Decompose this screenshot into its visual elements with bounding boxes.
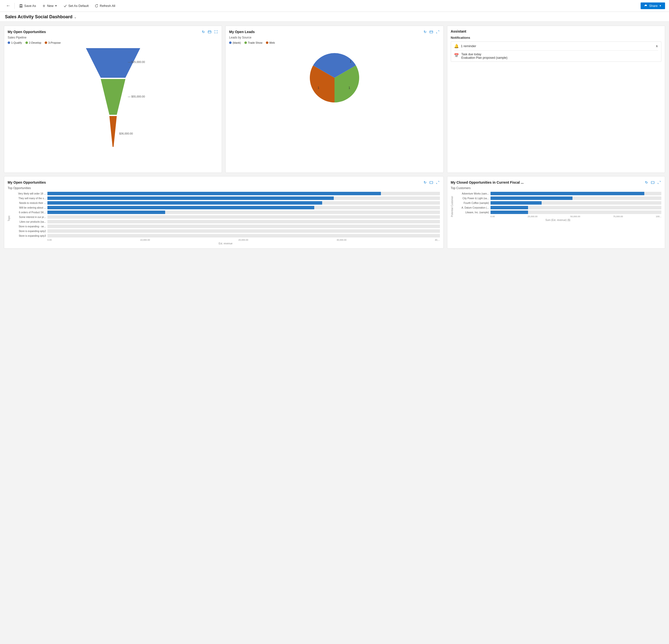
x-tick-4: 30,000.00 <box>337 239 346 241</box>
pie-svg: 1 1 1 <box>302 46 367 110</box>
closed-bar-label-1: Adventure Works (sam... <box>454 192 489 195</box>
open-leads-title: My Open Leads <box>229 30 255 34</box>
bar-row-6: Some interest in our pr... <box>11 215 440 219</box>
assistant-card: Assistant Notifications 🔔 1 reminder ∧ 📅… <box>447 26 665 173</box>
bar-fill-2 <box>47 197 334 200</box>
closed-bar-label-3: Fourth Coffee (sample) <box>454 202 489 204</box>
closed-bar-track-1 <box>490 192 661 195</box>
dashboard: My Open Opportunities ↻ Sales Pipeline 1… <box>0 22 669 253</box>
legend-blank-dot <box>229 42 231 44</box>
closed-bar-fill-1 <box>490 192 644 195</box>
x-tick-3: 20,000.00 <box>239 239 248 241</box>
save-as-label: Save As <box>24 4 36 8</box>
closed-opps-expand-btn[interactable] <box>657 180 661 185</box>
open-opportunities-title: My Open Opportunities <box>8 30 46 34</box>
bar-track-10 <box>47 234 440 238</box>
top-opportunities-chart: Topic Very likely will order 18 ... They… <box>8 192 440 245</box>
new-button[interactable]: New ▼ <box>40 3 60 9</box>
bar-row-5: 6 orders of Product SK... <box>11 211 440 214</box>
bar-fill-1 <box>47 192 381 195</box>
share-button[interactable]: Share ▼ <box>641 2 665 9</box>
bar-label-8: Store is expanding - se... <box>11 225 46 228</box>
bar-track-3 <box>47 201 440 205</box>
bar-track-2 <box>47 197 440 200</box>
back-button[interactable]: ← <box>4 2 12 9</box>
reminder-count: 1 reminder <box>461 44 476 48</box>
new-label: New <box>47 4 54 8</box>
svg-rect-2 <box>20 6 22 7</box>
top-opps-refresh-btn[interactable]: ↻ <box>423 180 427 185</box>
closed-opportunities-card: My Closed Opportunities in Current Fisca… <box>447 176 665 248</box>
legend-develop: 2-Develop <box>25 41 41 44</box>
x-axis-label: Est. revenue <box>11 242 440 245</box>
open-leads-card: My Open Leads ↻ Leads by Source (blank) … <box>225 26 443 173</box>
share-icon <box>644 4 647 8</box>
bar-label-4: Will be ordering about ... <box>11 206 46 209</box>
page-title: Sales Activity Social Dashboard <box>5 14 72 19</box>
closed-x-tick-1: 0.00 <box>490 215 495 218</box>
share-chevron-icon: ▼ <box>659 4 661 7</box>
open-leads-export-btn[interactable] <box>429 29 433 34</box>
top-opps-expand-btn[interactable] <box>436 180 440 185</box>
closed-x-axis: 0.00 25,000.00 50,000.00 75,000.00 100..… <box>454 215 661 218</box>
task-description: Evaluation Plan proposed (sample) <box>461 56 508 59</box>
collapse-icon: ∧ <box>656 44 658 48</box>
svg-text:— $25,000.00: — $25,000.00 <box>128 60 145 63</box>
notifications-label: Notifications <box>451 36 661 40</box>
bar-row-10: Store is expanding opty3 <box>11 234 440 238</box>
save-as-button[interactable]: Save As <box>16 3 39 9</box>
legend-tradeshow: Trade Show <box>244 41 262 44</box>
closed-opps-refresh-btn[interactable]: ↻ <box>644 180 649 185</box>
save-as-icon <box>19 4 23 8</box>
bar-row-7: Likes our products (sa... <box>11 220 440 224</box>
legend-web-dot <box>266 42 268 44</box>
top-opps-export-btn[interactable] <box>429 180 433 185</box>
legend-develop-dot <box>25 42 28 44</box>
set-as-default-button[interactable]: Set As Default <box>61 3 91 9</box>
open-leads-expand-btn[interactable] <box>436 29 440 34</box>
svg-text:1: 1 <box>350 60 352 63</box>
checkmark-icon <box>63 4 67 8</box>
new-chevron-icon: ▼ <box>55 4 57 7</box>
bar-track-4 <box>47 206 440 209</box>
top-opportunities-header: My Open Opportunities ↻ <box>8 180 440 185</box>
bar-track-6 <box>47 215 440 219</box>
bar-row-2: They sell many of the s... <box>11 197 440 200</box>
legend-tradeshow-label: Trade Show <box>248 41 262 44</box>
open-opportunities-refresh-btn[interactable]: ↻ <box>201 29 205 34</box>
legend-develop-label: 2-Develop <box>29 41 41 44</box>
legend-qualify-label: 1-Qualify <box>11 41 22 44</box>
open-opportunities-icons: ↻ <box>201 29 218 34</box>
bar-label-1: Very likely will order 18 ... <box>11 192 46 195</box>
notifications-section: Notifications 🔔 1 reminder ∧ 📅 Task due … <box>451 36 661 62</box>
closed-bar-fill-2 <box>490 197 572 200</box>
closed-bar-fill-5 <box>490 211 528 214</box>
x-tick-2: 10,000.00 <box>140 239 150 241</box>
bar-track-8 <box>47 225 440 228</box>
bar-track-1 <box>47 192 440 195</box>
refresh-all-button[interactable]: Refresh All <box>92 3 118 9</box>
svg-marker-11 <box>109 116 117 147</box>
top-opportunities-title: My Open Opportunities <box>8 181 46 184</box>
closed-bar-label-5: Litware, Inc. (sample) <box>454 211 489 214</box>
x-tick-1: 0.00 <box>47 239 52 241</box>
reminder-header[interactable]: 🔔 1 reminder ∧ <box>454 44 658 48</box>
closed-x-axis-label: Sum (Est. revenue) ($) <box>454 219 661 221</box>
bar-row-1: Very likely will order 18 ... <box>11 192 440 195</box>
open-leads-refresh-btn[interactable]: ↻ <box>423 29 427 34</box>
open-opportunities-card: My Open Opportunities ↻ Sales Pipeline 1… <box>4 26 222 173</box>
refresh-icon <box>95 4 99 8</box>
page-title-chevron-icon[interactable]: ⌄ <box>74 15 77 19</box>
open-leads-legend: (blank) Trade Show Web <box>229 41 440 44</box>
closed-opps-export-btn[interactable] <box>651 180 655 185</box>
legend-blank-label: (blank) <box>232 41 241 44</box>
open-leads-header: My Open Leads ↻ <box>229 29 440 34</box>
open-leads-icons: ↻ <box>423 29 440 34</box>
closed-x-tick-3: 50,000.00 <box>570 215 580 218</box>
open-opportunities-expand-btn[interactable] <box>214 29 218 34</box>
top-opportunities-icons: ↻ <box>423 180 440 185</box>
svg-rect-20 <box>430 182 433 184</box>
closed-bar-fill-4 <box>490 206 528 209</box>
open-opportunities-export-btn[interactable] <box>208 29 212 34</box>
closed-bar-fill-3 <box>490 201 542 205</box>
